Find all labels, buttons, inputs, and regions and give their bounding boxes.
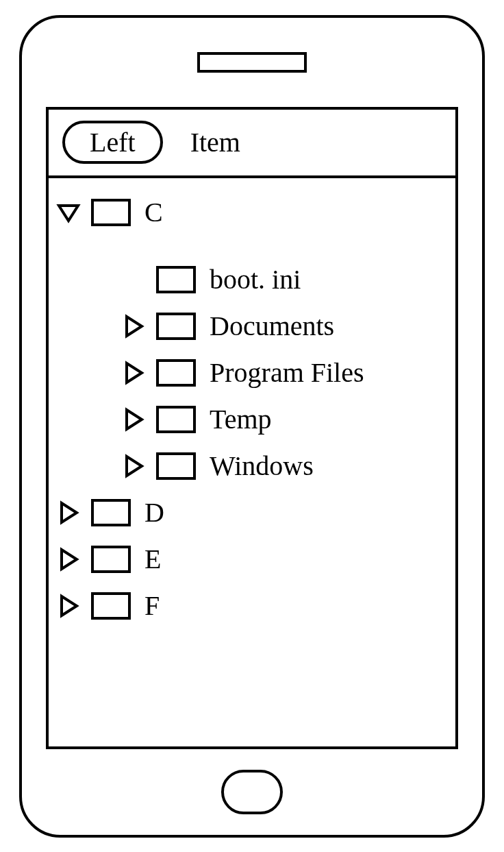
folder-icon [91, 592, 131, 620]
tree-item-program-files[interactable]: Program Files [55, 352, 449, 393]
folder-icon [156, 313, 196, 340]
tree-item-label: C [144, 196, 163, 228]
svg-marker-5 [62, 503, 77, 522]
svg-marker-1 [127, 317, 142, 336]
tree-item-label: Documents [210, 310, 334, 342]
tree-item-d[interactable]: D [55, 492, 449, 533]
tree-item-label: E [144, 543, 161, 575]
chevron-right-icon[interactable] [121, 453, 147, 479]
svg-marker-6 [62, 550, 77, 569]
folder-icon [91, 199, 131, 226]
svg-marker-0 [59, 206, 78, 221]
tree-item-label: Windows [210, 450, 314, 482]
tree-item-temp[interactable]: Temp [55, 399, 449, 440]
left-button[interactable]: Left [62, 121, 163, 164]
tree-item-windows[interactable]: Windows [55, 446, 449, 487]
tree-item-label: D [144, 496, 164, 528]
header-bar: Left Item [49, 110, 455, 178]
tree-item-label: F [144, 589, 160, 622]
phone-speaker [197, 52, 307, 73]
phone-frame: Left Item C boot. ini [19, 15, 485, 838]
chevron-right-icon[interactable] [121, 360, 147, 386]
chevron-down-icon[interactable] [55, 199, 81, 226]
file-icon [156, 266, 196, 293]
chevron-right-icon[interactable] [55, 546, 81, 572]
svg-marker-7 [62, 596, 77, 616]
svg-marker-2 [127, 363, 142, 382]
svg-marker-3 [127, 410, 142, 429]
chevron-right-icon[interactable] [121, 406, 147, 433]
tree-item-c[interactable]: C [55, 192, 449, 233]
folder-icon [156, 359, 196, 387]
folder-icon [156, 452, 196, 480]
tree-item-label: Program Files [210, 356, 364, 389]
file-tree: C boot. ini Documents [49, 178, 455, 646]
tree-item-e[interactable]: E [55, 539, 449, 580]
home-button[interactable] [221, 770, 283, 814]
tree-item-label: Temp [210, 403, 272, 435]
chevron-right-icon[interactable] [55, 500, 81, 526]
chevron-right-icon[interactable] [55, 593, 81, 619]
svg-marker-4 [127, 457, 142, 476]
tree-item-documents[interactable]: Documents [55, 306, 449, 347]
tree-item-boot-ini[interactable]: boot. ini [55, 259, 449, 300]
folder-icon [91, 546, 131, 573]
chevron-right-icon[interactable] [121, 313, 147, 339]
tree-item-f[interactable]: F [55, 585, 449, 626]
page-title: Item [190, 126, 240, 158]
tree-item-label: boot. ini [210, 263, 301, 295]
screen: Left Item C boot. ini [46, 107, 458, 749]
folder-icon [156, 406, 196, 433]
folder-icon [91, 499, 131, 526]
